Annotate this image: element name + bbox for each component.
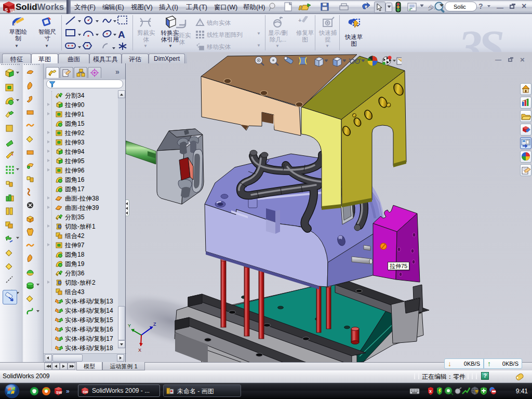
svg-text:!: ! bbox=[476, 391, 477, 394]
svg-text:Y: Y bbox=[128, 323, 131, 328]
svg-text:+: + bbox=[298, 17, 301, 23]
svg-text:W: W bbox=[10, 8, 15, 13]
svg-text:S: S bbox=[5, 7, 8, 12]
svg-text:x: x bbox=[429, 389, 432, 394]
svg-text:»: » bbox=[66, 388, 70, 395]
svg-text:Z: Z bbox=[153, 322, 156, 327]
svg-text:X: X bbox=[138, 348, 141, 353]
svg-text:A: A bbox=[118, 29, 125, 40]
svg-text:SW: SW bbox=[56, 391, 62, 394]
svg-text:SW: SW bbox=[83, 390, 88, 394]
